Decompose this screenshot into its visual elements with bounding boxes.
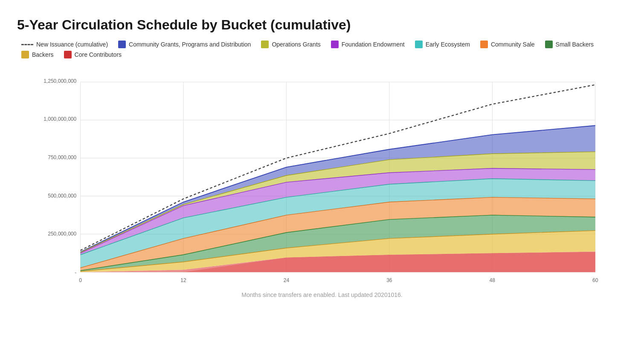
legend-icon-new-issuance xyxy=(21,44,33,45)
x-label-0: 0 xyxy=(79,277,82,283)
x-label-60: 60 xyxy=(592,277,598,283)
legend: New Issuance (cumulative) Community Gran… xyxy=(17,41,627,58)
legend-item-operations-grants: Operations Grants xyxy=(261,41,320,48)
y-label-0: - xyxy=(75,270,76,276)
legend-item-core-contributors: Core Contributors xyxy=(64,51,122,58)
legend-icon-core-contributors xyxy=(64,51,72,58)
chart-footnote: Months since transfers are enabled. Last… xyxy=(17,291,627,298)
legend-item-backers: Backers xyxy=(21,51,54,58)
x-label-48: 48 xyxy=(490,277,496,283)
legend-icon-early-ecosystem xyxy=(415,41,423,48)
legend-item-foundation: Foundation Endowment xyxy=(331,41,405,48)
legend-icon-community-grants xyxy=(118,41,126,48)
legend-icon-small-backers xyxy=(545,41,553,48)
legend-label-new-issuance: New Issuance (cumulative) xyxy=(36,41,108,48)
legend-icon-backers xyxy=(21,51,29,58)
legend-item-early-ecosystem: Early Ecosystem xyxy=(415,41,470,48)
legend-icon-operations-grants xyxy=(261,41,269,48)
legend-label-operations-grants: Operations Grants xyxy=(272,41,320,48)
legend-icon-community-sale xyxy=(480,41,488,48)
legend-item-community-sale: Community Sale xyxy=(480,41,535,48)
legend-label-community-grants: Community Grants, Programs and Distribut… xyxy=(129,41,251,48)
y-label-250m: 250,000,000 xyxy=(48,231,76,237)
legend-item-community-grants: Community Grants, Programs and Distribut… xyxy=(118,41,251,48)
legend-label-community-sale: Community Sale xyxy=(491,41,535,48)
chart-title: 5-Year Circulation Schedule by Bucket (c… xyxy=(17,17,627,33)
legend-label-foundation: Foundation Endowment xyxy=(342,41,405,48)
y-label-500m: 500,000,000 xyxy=(48,193,76,199)
x-label-36: 36 xyxy=(386,277,392,283)
x-label-12: 12 xyxy=(180,277,186,283)
legend-label-backers: Backers xyxy=(32,51,54,58)
legend-item-small-backers: Small Backers xyxy=(545,41,594,48)
y-label-1250m: 1,250,000,000 xyxy=(44,78,76,84)
x-label-24: 24 xyxy=(284,277,290,283)
legend-label-early-ecosystem: Early Ecosystem xyxy=(426,41,470,48)
legend-icon-foundation xyxy=(331,41,339,48)
y-label-750m: 750,000,000 xyxy=(48,154,76,160)
legend-label-core-contributors: Core Contributors xyxy=(75,51,122,58)
chart-svg: - 250,000,000 500,000,000 750,000,000 1,… xyxy=(17,66,627,288)
y-label-1b: 1,000,000,000 xyxy=(44,116,76,122)
legend-item-new-issuance: New Issuance (cumulative) xyxy=(21,41,108,48)
legend-label-small-backers: Small Backers xyxy=(556,41,594,48)
chart-container: 5-Year Circulation Schedule by Bucket (c… xyxy=(0,0,644,355)
